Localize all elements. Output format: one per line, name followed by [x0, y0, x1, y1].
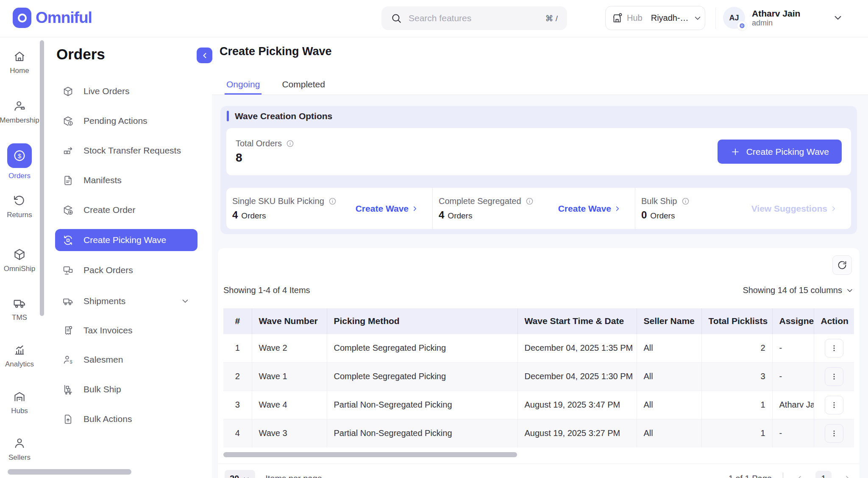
accent-bar: [227, 111, 229, 121]
wave-number-link[interactable]: Wave 4: [252, 391, 327, 419]
wave-number-link[interactable]: Wave 3: [252, 419, 327, 447]
total-picklists-link[interactable]: 2: [701, 334, 772, 362]
sidebar-item-create-picking-wave[interactable]: Create Picking Wave: [55, 229, 198, 251]
rail-item-returns[interactable]: Returns: [0, 194, 39, 219]
wave-start-time: August 19, 2025 3:27 PM: [517, 419, 637, 447]
table-footer: 20 Items per page 1 of 1 Page 1: [218, 464, 860, 478]
rail-item-orders[interactable]: $ Orders: [0, 143, 39, 180]
vertical-scrollbar[interactable]: [40, 40, 44, 316]
rail-item-hubs[interactable]: Hubs: [0, 390, 39, 415]
table-summary-row: Showing 1-4 of 4 Items Showing 14 of 15 …: [223, 285, 854, 295]
user-name: Atharv Jain: [752, 8, 800, 19]
col-header-wave-number: Wave Number: [252, 308, 327, 334]
rail-item-omniship[interactable]: OmniShip: [0, 248, 39, 273]
shipments-icon: [63, 296, 73, 307]
sidebar-horizontal-scrollbar[interactable]: [8, 469, 131, 475]
global-search[interactable]: ⌘ /: [381, 6, 567, 30]
option-unit: Orders: [241, 211, 266, 221]
omniship-icon: [13, 248, 26, 261]
tab-completed[interactable]: Completed: [280, 75, 327, 95]
sidebar-item-bulk-actions[interactable]: Bulk Actions: [55, 408, 198, 430]
bulk-actions-icon: [63, 414, 73, 425]
avatar[interactable]: AJ ⚙: [723, 7, 745, 29]
omniful-logo-text: Omniful: [36, 9, 92, 27]
create-wave-link[interactable]: Create Wave: [356, 204, 419, 214]
sidebar-item-bulk-ship[interactable]: Bulk Ship: [55, 379, 198, 400]
rail-item-sellers[interactable]: Sellers: [0, 437, 39, 462]
chevron-left-icon: [200, 51, 209, 60]
pack-orders-icon: [63, 265, 73, 276]
row-actions-button[interactable]: [825, 396, 843, 414]
assignee: Atharv Jain: [772, 391, 814, 419]
rail-item-home[interactable]: Home: [0, 50, 39, 75]
total-orders-value: 8: [236, 151, 294, 165]
wave-start-time: December 04, 2025 1:35 PM: [517, 334, 637, 362]
info-icon[interactable]: [286, 140, 294, 148]
refresh-button[interactable]: [832, 255, 852, 275]
rail-item-analytics[interactable]: Analytics: [0, 344, 39, 369]
row-actions-button[interactable]: [825, 367, 843, 386]
page-size-select[interactable]: 20: [225, 470, 255, 478]
picking-wave-icon: [63, 235, 73, 246]
table-row: 2 Wave 1 Complete Segregated Picking Dec…: [223, 362, 854, 391]
create-wave-link[interactable]: Create Wave: [558, 204, 621, 214]
sidebar-item-stock-transfer-requests[interactable]: Stock Transfer Requests: [55, 140, 198, 161]
option-label: Bulk Ship: [641, 196, 677, 206]
view-suggestions-link[interactable]: View Suggestions: [751, 204, 837, 214]
rail-item-membership[interactable]: Membership: [0, 100, 39, 125]
current-page-number[interactable]: 1: [815, 471, 832, 478]
sidebar-item-shipments[interactable]: Shipments: [55, 291, 198, 312]
info-icon[interactable]: [328, 197, 337, 205]
waves-table-card: Showing 1-4 of 4 Items Showing 14 of 15 …: [218, 248, 860, 478]
col-header-wave-start: Wave Start Time & Date: [517, 308, 637, 334]
user-menu[interactable]: AJ ⚙ Atharv Jain admin: [723, 7, 843, 29]
search-input[interactable]: [409, 13, 538, 23]
option-count: 0: [641, 209, 647, 221]
sidebar-item-manifests[interactable]: Manifests: [55, 170, 198, 191]
stock-transfer-icon: [63, 145, 73, 156]
total-picklists-link[interactable]: 1: [701, 391, 772, 419]
table-horizontal-scrollbar[interactable]: [223, 452, 517, 457]
seller-name: All: [637, 334, 701, 362]
info-icon[interactable]: [682, 197, 690, 205]
panel-header: Wave Creation Options: [227, 111, 332, 121]
search-shortcut: ⌘ /: [545, 14, 558, 23]
table-header-row: # Wave Number Picking Method Wave Start …: [223, 308, 854, 334]
gear-icon: ⚙: [737, 21, 747, 31]
wave-number-link[interactable]: Wave 1: [252, 362, 327, 391]
picking-method: Partial Non-Segregated Picking: [327, 419, 517, 447]
sidebar-item-pack-orders[interactable]: Pack Orders: [55, 260, 198, 281]
row-index: 3: [223, 391, 252, 419]
chevron-down-icon: [242, 475, 250, 478]
create-picking-wave-button[interactable]: Create Picking Wave: [718, 140, 842, 164]
total-picklists-link[interactable]: 3: [701, 362, 772, 391]
wave-start-time: August 19, 2025 3:47 PM: [517, 391, 637, 419]
sidebar-collapse-button[interactable]: [197, 48, 212, 63]
sidebar-item-create-order[interactable]: Create Order: [55, 199, 198, 221]
tab-ongoing[interactable]: Ongoing: [225, 75, 262, 95]
chevron-down-icon[interactable]: [832, 12, 843, 23]
sidebar-item-salesmen[interactable]: $ Salesmen: [55, 349, 198, 370]
assignee: -: [772, 334, 814, 362]
omniful-logo[interactable]: Omniful: [13, 8, 92, 28]
row-actions-button[interactable]: [825, 424, 843, 443]
sidebar-item-tax-invoices[interactable]: Tax Invoices: [55, 320, 198, 341]
header-divider: [715, 8, 716, 29]
rail-item-tms[interactable]: TMS: [0, 297, 39, 322]
avatar-initials: AJ: [729, 14, 739, 22]
wave-start-time: December 04, 2025 1:30 PM: [517, 362, 637, 391]
sidebar-item-live-orders[interactable]: Live Orders: [55, 81, 198, 102]
chevron-right-icon: [411, 205, 419, 212]
sidebar-item-pending-actions[interactable]: Pending Actions: [55, 110, 198, 131]
wave-creation-options-panel: Wave Creation Options Total Orders 8 Cre…: [220, 106, 857, 234]
wave-number-link[interactable]: Wave 2: [252, 334, 327, 362]
columns-visibility-dropdown[interactable]: Showing 14 of 15 columns: [743, 285, 854, 295]
hub-selector[interactable]: Hub Riyadh-…: [605, 6, 705, 30]
next-page-button[interactable]: [843, 474, 853, 478]
picking-method: Partial Non-Segregated Picking: [327, 391, 517, 419]
analytics-icon: [13, 344, 26, 356]
total-picklists-link[interactable]: 1: [701, 419, 772, 447]
row-actions-button[interactable]: [825, 339, 843, 358]
previous-page-button[interactable]: [794, 474, 804, 478]
info-icon[interactable]: [526, 197, 534, 205]
